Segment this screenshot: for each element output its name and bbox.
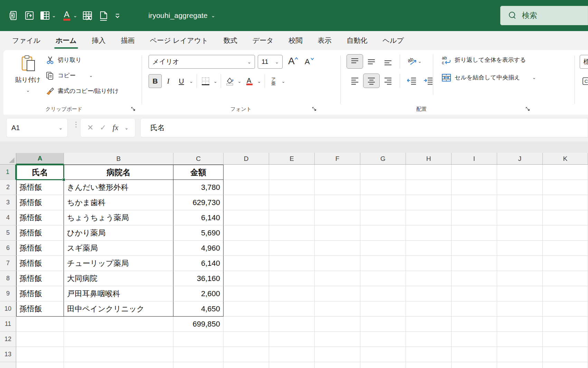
cell-F5[interactable] [315, 225, 360, 241]
cell-G13[interactable] [360, 347, 406, 362]
cell-B7[interactable]: チューリップ薬局 [64, 256, 173, 271]
cell-G1[interactable] [360, 165, 406, 180]
center-button[interactable] [363, 74, 380, 88]
cell-E13[interactable] [269, 347, 315, 362]
cell-H13[interactable] [406, 347, 452, 362]
row-header-3[interactable]: 3 [0, 195, 16, 210]
cell-J9[interactable] [497, 286, 543, 301]
cell-A7[interactable]: 孫悟飯 [16, 256, 64, 271]
cell-E14[interactable] [269, 362, 315, 368]
cell-G11[interactable] [360, 317, 406, 332]
excel-app-icon[interactable] [9, 10, 19, 21]
chevron-down-icon[interactable]: ⌄ [214, 79, 217, 84]
cell-A8[interactable]: 孫悟飯 [16, 271, 64, 286]
insert-function-button[interactable]: fx [113, 123, 118, 132]
italic-button[interactable]: I [162, 74, 175, 88]
cell-J5[interactable] [497, 225, 543, 241]
cell-C7[interactable]: 6,140 [173, 256, 224, 271]
cell-J8[interactable] [497, 271, 543, 286]
tab-10[interactable]: ヘルプ [378, 31, 409, 50]
cell-B11[interactable] [64, 317, 173, 332]
cell-K8[interactable] [543, 271, 588, 286]
cell-G14[interactable] [360, 362, 406, 368]
cell-F10[interactable] [315, 301, 360, 317]
cell-K11[interactable] [543, 317, 588, 332]
font-color-icon[interactable]: A ⌄ [61, 10, 77, 21]
cell-G6[interactable] [360, 241, 406, 256]
cell-J2[interactable] [497, 180, 543, 195]
cell-total-amount[interactable]: 699,850 [173, 317, 224, 332]
chevron-down-icon[interactable]: ⌄ [238, 79, 241, 84]
cell-I10[interactable] [452, 301, 497, 317]
column-header-J[interactable]: J [497, 153, 543, 165]
decrease-indent-button[interactable] [404, 74, 420, 88]
cell-D3[interactable] [224, 195, 269, 210]
cell-C8[interactable]: 36,160 [173, 271, 224, 286]
chevron-down-icon[interactable]: ⌄ [282, 79, 285, 84]
cell-B3[interactable]: ちかま歯科 [64, 195, 173, 210]
cell-F4[interactable] [315, 210, 360, 225]
cell-E9[interactable] [269, 286, 315, 301]
cell-F8[interactable] [315, 271, 360, 286]
cell-I7[interactable] [452, 256, 497, 271]
cell-F11[interactable] [315, 317, 360, 332]
table-erase-icon[interactable] [82, 10, 93, 21]
search-input[interactable]: 検索 [500, 6, 588, 25]
cell-E7[interactable] [269, 256, 315, 271]
cell-J13[interactable] [497, 347, 543, 362]
cell-K2[interactable] [543, 180, 588, 195]
tab-5[interactable]: 数式 [219, 31, 242, 50]
cell-J14[interactable] [497, 362, 543, 368]
column-header-G[interactable]: G [360, 153, 406, 165]
cell-E5[interactable] [269, 225, 315, 241]
column-header-K[interactable]: K [543, 153, 588, 165]
cell-D8[interactable] [224, 271, 269, 286]
underline-button[interactable]: U [175, 74, 188, 88]
cell-I11[interactable] [452, 317, 497, 332]
cell-H12[interactable] [406, 332, 452, 347]
cell-K3[interactable] [543, 195, 588, 210]
borders-button[interactable] [199, 74, 212, 88]
cell-F6[interactable] [315, 241, 360, 256]
row-header-8[interactable]: 8 [0, 271, 16, 286]
tab-home-active[interactable]: ホーム [51, 31, 82, 50]
cell-B12[interactable] [64, 332, 173, 347]
row-header-2[interactable]: 2 [0, 180, 16, 195]
cell-G12[interactable] [360, 332, 406, 347]
fill-handle[interactable] [62, 178, 65, 181]
cell-G3[interactable] [360, 195, 406, 210]
cell-H11[interactable] [406, 317, 452, 332]
cell-I8[interactable] [452, 271, 497, 286]
cell-E12[interactable] [269, 332, 315, 347]
cell-K14[interactable] [543, 362, 588, 368]
row-header-14[interactable] [0, 362, 16, 368]
cell-J4[interactable] [497, 210, 543, 225]
cell-E11[interactable] [269, 317, 315, 332]
row-header-12[interactable]: 12 [0, 332, 16, 347]
decrease-font-size-button[interactable]: A [302, 54, 315, 68]
top-align-button[interactable] [347, 54, 363, 69]
formula-bar-grip[interactable]: ⋮ [73, 123, 75, 126]
cell-H2[interactable] [406, 180, 452, 195]
paste-button[interactable]: 貼り付け ⌄ [13, 55, 43, 109]
cell-K1[interactable] [543, 165, 588, 180]
cell-G5[interactable] [360, 225, 406, 241]
cell-A3[interactable]: 孫悟飯 [16, 195, 64, 210]
increase-font-size-button[interactable]: A [286, 54, 299, 68]
cell-D9[interactable] [224, 286, 269, 301]
cell-I4[interactable] [452, 210, 497, 225]
clipboard-dialog-launcher[interactable] [131, 106, 136, 112]
cell-A1[interactable]: 氏名 [16, 165, 64, 180]
middle-align-button[interactable] [363, 54, 380, 69]
cell-H6[interactable] [406, 241, 452, 256]
phonetic-guide-button[interactable]: ア 亜 [267, 74, 280, 88]
name-box[interactable]: A1 ⌄ [6, 118, 68, 137]
cell-H9[interactable] [406, 286, 452, 301]
row-header-13[interactable]: 13 [0, 347, 16, 362]
cell-F14[interactable] [315, 362, 360, 368]
cell-B14[interactable] [64, 362, 173, 368]
increase-indent-button[interactable] [420, 74, 437, 88]
cell-A4[interactable]: 孫悟飯 [16, 210, 64, 225]
cell-H10[interactable] [406, 301, 452, 317]
cell-C1[interactable]: 金額 [173, 165, 224, 180]
